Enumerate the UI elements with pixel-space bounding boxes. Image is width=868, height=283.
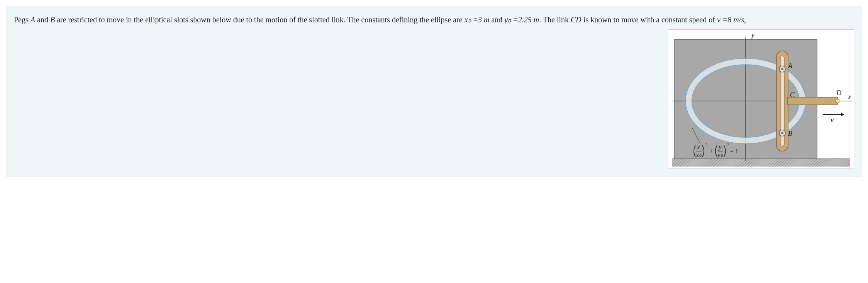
axis-label-x: x	[848, 93, 851, 101]
formula-eq1: = 1	[730, 148, 738, 154]
formula-exp-2: 2	[727, 142, 729, 147]
svg-rect-2	[672, 159, 850, 167]
label-C: C	[790, 91, 795, 99]
text-segment: . The link	[539, 15, 571, 24]
diagram-wrapper: y x	[14, 29, 854, 169]
svg-point-12	[836, 99, 839, 103]
eq-x0: x₀ =3 m	[465, 15, 490, 24]
text-segment: are restricted to move in the elliptical…	[55, 15, 465, 24]
formula-exp-1: 2	[705, 142, 708, 147]
text-segment: Pegs	[14, 15, 31, 24]
label-v: v	[831, 116, 834, 124]
svg-marker-16	[841, 113, 844, 116]
variable-B: B	[50, 15, 55, 24]
formula-y0: y₀	[717, 152, 723, 158]
problem-container: Pegs A and B are restricted to move in t…	[6, 6, 862, 177]
axis-label-y: y	[751, 31, 754, 39]
eq-v: v =8 m/s,	[717, 15, 746, 24]
label-D: D	[836, 89, 841, 97]
formula-x: x	[697, 144, 700, 150]
svg-point-14	[781, 132, 783, 134]
text-segment: is known to move with a constant speed o…	[581, 15, 717, 24]
text-segment: and	[489, 15, 504, 24]
variable-A: A	[31, 15, 35, 24]
problem-statement: Pegs A and B are restricted to move in t…	[14, 14, 854, 25]
label-A: A	[788, 62, 793, 70]
text-segment: and	[35, 15, 50, 24]
svg-rect-11	[787, 97, 837, 105]
formula-plus: +	[710, 148, 713, 154]
formula-y: y	[718, 144, 722, 151]
mechanics-diagram: y x	[668, 29, 854, 169]
variable-CD: CD	[571, 15, 581, 24]
svg-point-13	[781, 68, 783, 70]
eq-y0: y₀ =2.25 m	[504, 15, 539, 24]
formula-x0: x₀	[695, 152, 702, 158]
label-B: B	[788, 130, 792, 137]
